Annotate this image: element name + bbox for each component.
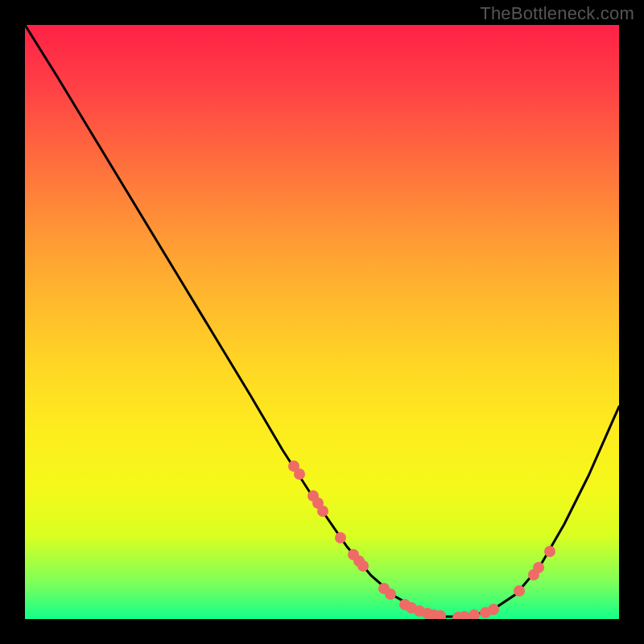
data-point	[317, 506, 328, 517]
chart-frame: TheBottleneck.com	[0, 0, 644, 644]
data-point	[544, 546, 555, 557]
data-point	[533, 562, 544, 573]
bottleneck-curve	[25, 25, 619, 617]
data-point	[488, 604, 499, 615]
curve-layer	[25, 25, 619, 619]
data-point	[335, 532, 346, 543]
data-point	[469, 609, 480, 619]
watermark-text: TheBottleneck.com	[480, 3, 634, 24]
data-point	[459, 611, 470, 619]
data-point	[514, 585, 525, 597]
data-point	[357, 560, 369, 572]
gradient-plot-area	[25, 25, 619, 619]
data-point	[385, 588, 396, 600]
data-point	[294, 469, 305, 480]
